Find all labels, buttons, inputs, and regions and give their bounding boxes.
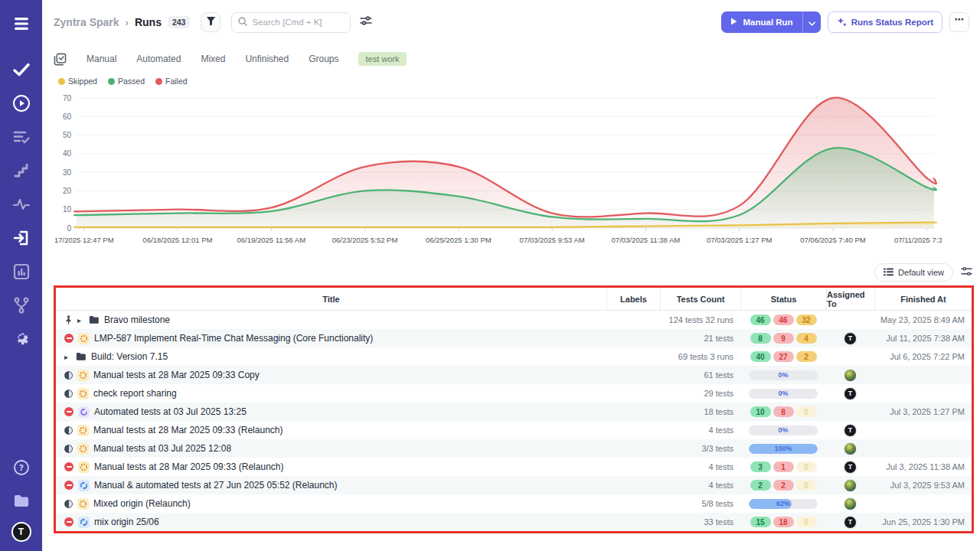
tab-groups[interactable]: Groups [309,54,338,64]
bar-chart-icon [13,263,30,280]
y-axis-tick-label: 60 [63,112,72,121]
sidebar-item-settings[interactable] [8,326,34,352]
select-runs-icon[interactable] [54,53,67,66]
sidebar-item-versions[interactable] [8,292,34,318]
table-row[interactable]: Manual & automated tests at 27 Jun 2025 … [56,476,972,494]
default-view-button[interactable]: Default view [874,263,953,282]
folder-icon [12,494,31,509]
run-title: Mixed origin (Relaunch) [93,498,191,509]
column-header-status[interactable]: Status [740,288,826,310]
column-header-labels[interactable]: Labels [606,288,660,310]
sidebar-avatar[interactable]: T [11,522,31,542]
table-row[interactable]: Manual tests at 28 Mar 2025 09:33 Copy61… [56,366,972,384]
search-box[interactable] [231,12,351,33]
table-row[interactable]: mix origin 25/0633 tests15180TJun 25, 20… [56,513,972,531]
column-header-finished-at[interactable]: Finished At [874,288,972,310]
failed-count-badge: 1 [773,461,794,472]
legend-item-passed[interactable]: Passed [108,77,145,86]
assignee-avatar[interactable] [844,369,857,382]
breadcrumb-project[interactable]: Zyntra Spark [54,16,119,28]
progress-bar: 62% [749,499,818,509]
in-progress-status-icon [64,500,73,508]
sidebar-item-imports[interactable] [8,225,34,251]
sidebar-item-menu[interactable] [8,11,34,37]
title-cell: mix origin 25/06 [56,513,606,531]
table-row[interactable]: Manual tests at 28 Mar 2025 09:33 (Relau… [56,458,972,476]
table-row[interactable]: Mixed origin (Relaunch)5/8 tests62% [56,494,972,513]
column-header-assigned-to[interactable]: Assigned To [826,288,874,310]
legend-label: Passed [118,77,145,86]
sidebar-item-analytics[interactable] [8,259,34,285]
column-settings-icon[interactable] [961,266,972,279]
active-filter-tag[interactable]: test work [358,52,406,66]
main-content: Zyntra Spark › Runs 243 [42,0,980,551]
column-header-tests-count[interactable]: Tests Count [660,288,740,310]
assignee-avatar[interactable]: T [844,332,857,345]
run-title: mix origin 25/06 [94,517,159,527]
tests-count-cell: 29 tests [660,384,740,403]
assigned-cell: T [826,329,874,347]
sidebar-item-defects[interactable] [8,191,34,217]
runs-status-report-button[interactable]: Runs Status Report [828,11,942,33]
tab-unfinished[interactable]: Unfinished [245,54,289,64]
display-settings-icon[interactable] [360,15,372,29]
tab-manual[interactable]: Manual [87,54,116,64]
breadcrumb: Zyntra Spark › Runs 243 [54,16,190,28]
progress-bar: 0% [749,389,818,399]
assignee-avatar[interactable] [844,479,857,492]
assigned-cell [826,403,874,421]
tab-mixed[interactable]: Mixed [201,54,225,64]
runs-table-header: TitleLabelsTests CountStatusAssigned ToF… [56,288,972,311]
failed-count-badge: 18 [773,517,794,527]
y-axis-tick-label: 0 [67,224,71,233]
filter-button[interactable] [201,12,220,32]
assignee-avatar[interactable]: T [844,516,857,529]
passed-count-badge: 15 [750,517,771,527]
assignee-avatar[interactable] [844,497,857,510]
column-header-title[interactable]: Title [56,288,606,310]
x-axis-tick-label: 06/18/2025 12:01 PM [143,236,213,244]
title-cell: LMP-587 Implement Real-Time Chat Messagi… [56,329,606,347]
tab-automated[interactable]: Automated [136,54,181,64]
filter-tabs: ManualAutomatedMixedUnfinishedGroups tes… [42,44,980,75]
sidebar-item-milestones[interactable] [8,158,34,184]
assignee-avatar[interactable] [844,442,857,455]
table-row[interactable]: ▸Build: Version 7.1569 tests 3 runs40272… [56,347,972,366]
chevron-right-icon[interactable]: ▸ [77,316,84,324]
table-row[interactable]: ▸Bravo milestone124 tests 32 runs464632M… [56,311,972,329]
in-progress-status-icon [64,371,73,380]
table-row[interactable]: Automated tests at 03 Jul 2025 13:2518 t… [56,403,972,421]
sidebar-item-test-cases[interactable] [8,57,34,83]
table-row[interactable]: Manual tests at 28 Mar 2025 09:33 (Relau… [56,421,972,439]
manual-run-dropdown-button[interactable] [802,11,821,33]
x-axis-tick-label: 07/11/2025 7:38 AM [894,236,942,244]
view-controls: Default view [42,260,980,285]
finished-at-cell: Jul 11, 2025 7:38 AM [874,329,972,347]
sidebar-item-projects[interactable] [8,488,34,514]
sidebar-item-help[interactable]: ? [8,455,34,481]
manual-run-button[interactable]: Manual Run [721,11,802,33]
skipped-count-badge: 32 [796,315,817,325]
assignee-avatar[interactable]: T [844,424,857,437]
legend-item-skipped[interactable]: Skipped [58,77,97,86]
assigned-cell [826,494,874,513]
table-row[interactable]: Manual tests at 03 Jul 2025 12:083/3 tes… [56,439,972,458]
legend-item-failed[interactable]: Failed [155,77,188,86]
svg-text:?: ? [18,463,23,473]
y-axis-tick-label: 50 [63,131,72,139]
status-cell: 894 [740,329,826,347]
tests-count-cell: 18 tests [660,403,740,421]
assignee-avatar[interactable]: T [844,387,857,400]
sidebar-item-runs[interactable] [8,90,34,116]
run-title: Build: Version 7.15 [91,351,168,362]
sidebar-item-test-plans[interactable] [8,124,34,150]
play-circle-icon [12,94,31,112]
table-row[interactable]: LMP-587 Implement Real-Time Chat Messagi… [56,329,972,347]
more-actions-button[interactable]: ⋯ [949,12,969,32]
chevron-right-icon[interactable]: ▸ [64,353,71,361]
table-row[interactable]: check report sharing29 tests0%T [56,384,972,403]
search-input[interactable] [252,18,336,27]
assignee-avatar[interactable]: T [844,461,857,474]
manual-run-icon [77,498,89,510]
stopped-status-icon [64,481,74,490]
